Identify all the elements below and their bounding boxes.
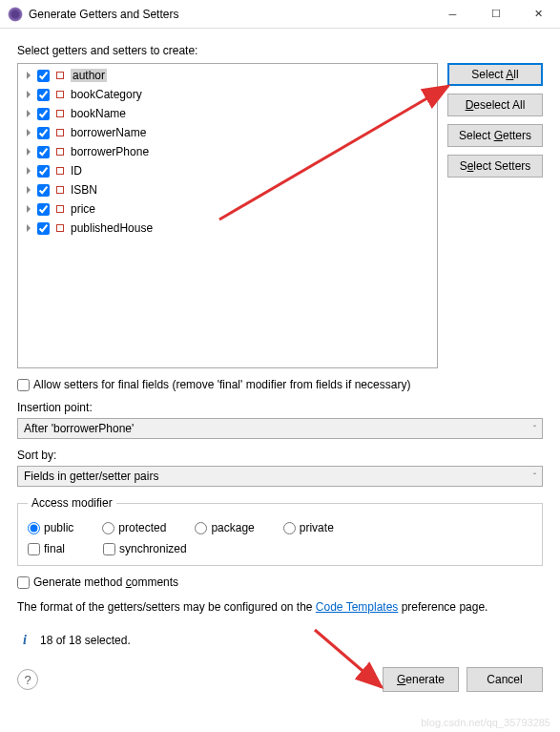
field-checkbox[interactable] [37, 127, 50, 139]
tree-item[interactable]: bookCategory [18, 85, 437, 104]
chevron-down-icon: ˇ [533, 424, 536, 433]
field-icon [55, 71, 65, 80]
field-checkbox[interactable] [37, 165, 50, 178]
code-templates-link[interactable]: Code Templates [316, 600, 399, 614]
allow-final-label: Allow setters for final fields (remove '… [33, 378, 410, 391]
final-checkbox[interactable] [28, 543, 40, 555]
field-name: ID [71, 164, 82, 178]
access-modifier-fieldset: Access modifier publicprotectedpackagepr… [17, 496, 543, 566]
sort-by-dropdown[interactable]: Fields in getter/setter pairs ˇ [17, 466, 543, 487]
field-checkbox[interactable] [37, 146, 50, 158]
synchronized-checkbox-item[interactable]: synchronized [103, 542, 187, 555]
status-row: i 18 of 18 selected. [17, 633, 543, 648]
field-checkbox[interactable] [37, 203, 50, 216]
access-public-radio[interactable]: public [28, 521, 73, 534]
tree-item[interactable]: price [18, 199, 437, 219]
insertion-point-dropdown[interactable]: After 'borrowerPhone' ˇ [17, 418, 543, 439]
field-name: publishedHouse [71, 221, 153, 235]
field-icon [55, 166, 65, 176]
expand-icon[interactable] [22, 88, 35, 101]
format-hint: The format of the getters/setters may be… [17, 598, 543, 616]
synchronized-checkbox[interactable] [103, 543, 115, 555]
deselect-all-button[interactable]: Deselect All [447, 94, 543, 116]
expand-icon[interactable] [22, 164, 35, 178]
generate-comments-row: Generate method comments [17, 575, 543, 589]
final-checkbox-item[interactable]: final [28, 542, 65, 555]
expand-icon[interactable] [22, 126, 35, 139]
expand-icon[interactable] [22, 69, 35, 82]
expand-icon[interactable] [22, 145, 35, 158]
access-protected-radio[interactable]: protected [102, 521, 166, 534]
fields-tree[interactable]: author bookCategory bookName borrowerNam… [17, 63, 438, 368]
field-name: borrowerName [71, 126, 146, 139]
tree-item[interactable]: author [18, 66, 437, 85]
field-checkbox[interactable] [37, 70, 50, 82]
field-checkbox[interactable] [37, 222, 50, 235]
help-icon[interactable]: ? [17, 669, 38, 690]
field-name: borrowerPhone [71, 145, 149, 158]
insertion-point-label: Insertion point: [17, 401, 543, 414]
tree-item[interactable]: borrowerName [18, 123, 437, 142]
field-checkbox[interactable] [37, 108, 50, 120]
status-text: 18 of 18 selected. [40, 634, 131, 647]
allow-final-checkbox[interactable] [17, 379, 30, 391]
maximize-button[interactable]: ☐ [474, 0, 517, 29]
tree-item[interactable]: bookName [18, 104, 437, 123]
minimize-button[interactable]: ─ [431, 0, 474, 29]
expand-icon[interactable] [22, 202, 35, 216]
field-icon [55, 128, 65, 137]
field-name: price [71, 202, 95, 216]
generate-button[interactable]: Generate [383, 667, 459, 692]
select-getters-button[interactable]: Select Getters [447, 124, 543, 147]
field-icon [55, 204, 65, 214]
window-title: Generate Getters and Setters [29, 8, 431, 21]
field-icon [55, 90, 65, 99]
field-icon [55, 223, 65, 233]
tree-item[interactable]: publishedHouse [18, 219, 437, 238]
instruction-label: Select getters and setters to create: [17, 44, 543, 57]
field-checkbox[interactable] [37, 89, 50, 101]
field-checkbox[interactable] [37, 184, 50, 197]
allow-final-checkbox-row: Allow setters for final fields (remove '… [17, 378, 543, 391]
access-private-radio[interactable]: private [283, 521, 334, 534]
tree-item[interactable]: borrowerPhone [18, 142, 437, 161]
eclipse-icon [8, 7, 23, 22]
titlebar: Generate Getters and Setters ─ ☐ ✕ [0, 0, 560, 29]
field-icon [55, 109, 65, 118]
tree-item[interactable]: ISBN [18, 180, 437, 199]
cancel-button[interactable]: Cancel [467, 667, 543, 692]
field-name: bookCategory [71, 88, 142, 101]
generate-comments-label: Generate method comments [33, 575, 178, 589]
sort-by-label: Sort by: [17, 449, 543, 462]
field-icon [55, 147, 65, 157]
generate-comments-checkbox[interactable] [17, 576, 30, 589]
chevron-down-icon: ˇ [533, 471, 536, 481]
field-icon [55, 185, 65, 195]
field-name: ISBN [71, 183, 97, 197]
expand-icon[interactable] [22, 221, 35, 235]
watermark: blog.csdn.net/qq_35793285 [421, 717, 550, 728]
select-setters-button[interactable]: Select Setters [447, 155, 543, 178]
expand-icon[interactable] [22, 107, 35, 120]
select-all-button[interactable]: Select All [447, 63, 543, 86]
access-package-radio[interactable]: package [195, 521, 254, 534]
expand-icon[interactable] [22, 183, 35, 197]
field-name: author [71, 69, 107, 82]
field-name: bookName [71, 107, 126, 120]
tree-item[interactable]: ID [18, 161, 437, 180]
info-icon: i [17, 633, 32, 648]
access-modifier-legend: Access modifier [28, 496, 116, 510]
close-button[interactable]: ✕ [517, 0, 560, 29]
